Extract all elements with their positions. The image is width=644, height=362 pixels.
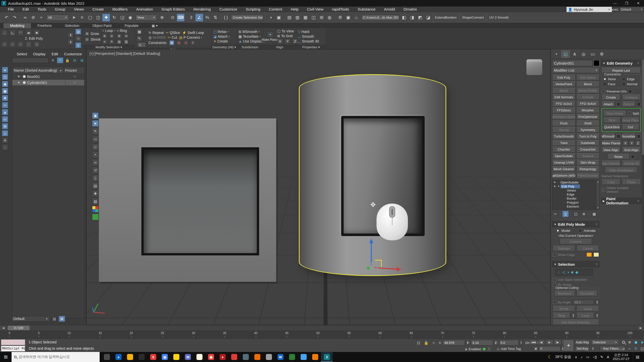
explorer-row-box001[interactable]: 👁Box001✛ [12, 74, 84, 80]
explorer-grid-mode-icon[interactable]: ⊞ [59, 316, 65, 322]
filter-materials-icon[interactable]: ✜ [2, 137, 8, 143]
modifier-button-subdivide[interactable]: Subdivide [576, 140, 600, 146]
stack-item-edit-poly[interactable]: 👁Edit Poly [552, 208, 599, 210]
toggle-ribbon-icon[interactable]: ▦ [302, 14, 309, 21]
undo-icon[interactable]: ↶ [3, 14, 10, 21]
commit-button[interactable]: Commit [560, 239, 592, 244]
select-and-scale-icon[interactable]: ◲ [118, 14, 126, 21]
next-subobj-icon[interactable]: ➤ [10, 41, 16, 47]
slice-button[interactable]: Slice [603, 117, 620, 123]
menu-group[interactable]: Group [51, 7, 70, 12]
taskbar-app-music[interactable]: ● [217, 352, 228, 362]
render-production-icon[interactable]: ♨ [352, 14, 360, 21]
element-mode-icon[interactable]: ■ [34, 30, 40, 36]
menu-graph-editors[interactable]: Graph Editors [157, 7, 189, 12]
keyboard-shortcut-override-icon[interactable]: ⌨ [177, 14, 184, 21]
clock[interactable]: 오전 2:142021-07-27 [613, 353, 630, 361]
menu-edit[interactable]: Edit [18, 7, 33, 12]
remove-modifier-icon[interactable]: ⊗ [581, 211, 587, 217]
select-and-place-icon[interactable]: ◉ [127, 14, 134, 21]
make-planar-button[interactable]: Make Planar [262, 38, 278, 41]
panel-scrollbar[interactable] [642, 59, 644, 323]
hide-unselected-button[interactable]: Hide Unselected [605, 167, 637, 173]
menu-rendering[interactable]: Rendering [189, 7, 215, 12]
play-button[interactable]: ▶ [546, 340, 553, 345]
modifier-button-turbosmooth[interactable]: TurboSmooth [552, 133, 576, 139]
menu-substance[interactable]: Substance [353, 7, 380, 12]
filter-misc-icon[interactable]: ○ [2, 144, 8, 150]
ring-spinner[interactable]: ▲▼ [572, 313, 575, 318]
nurms-button[interactable]: ▦NURMS [148, 35, 166, 39]
custom-script-button-uv 2 smooth[interactable]: UV 2 Smooth [487, 14, 511, 21]
time-slider-track[interactable]: 0 / 100 [7, 325, 637, 331]
link-icon[interactable]: ∞ [92, 159, 99, 166]
lock-selection-icon[interactable]: ▩ [136, 29, 142, 35]
make-planar-geo-button[interactable]: Make Planar [601, 140, 621, 146]
explorer-list-mode-icon[interactable]: ▤ [51, 316, 57, 322]
create-tab[interactable]: + [552, 50, 561, 58]
taskbar-app-word[interactable]: W [275, 352, 286, 362]
slice-plane-button[interactable]: Slice Plane [603, 111, 626, 116]
y-coordinate-field[interactable]: 3.14 [471, 340, 493, 345]
menu-ornatrix[interactable]: Ornatrix [399, 7, 421, 12]
select-by-name-icon[interactable]: ≡ [78, 14, 86, 21]
ribbon-config-icon[interactable]: ▣ ▾ [145, 23, 164, 28]
ribbon-tab-freeform[interactable]: Freeform [31, 23, 58, 28]
notification-center-icon[interactable]: ▤ [633, 352, 642, 362]
display-icon[interactable]: ▭ [586, 355, 589, 359]
filter-cameras-icon[interactable]: ▣ [2, 88, 8, 94]
zoom-region-icon[interactable]: ⊿ [620, 345, 626, 351]
ring-button[interactable]: ≡Ring [117, 29, 129, 33]
schematic-view-icon[interactable]: ⊞ [318, 14, 325, 21]
quickslice-button[interactable]: QuickSlice [603, 124, 620, 130]
relax-geo-button[interactable]: Relax [608, 154, 629, 159]
trash-icon[interactable]: ▯ [92, 175, 99, 181]
unhide-all-button[interactable]: Unhide All [622, 161, 641, 166]
taskbar-app-maps[interactable]: ◉ [205, 352, 217, 362]
modifier-button-shell[interactable]: Shell [576, 120, 600, 126]
taskbar-app-display[interactable] [101, 352, 113, 362]
explorer-menu-edit[interactable]: Edit [49, 52, 61, 56]
rectangle-icon[interactable]: ▭ [92, 136, 99, 142]
start-button[interactable]: ⊞ [0, 352, 12, 362]
pin-icon[interactable]: ⊹ [75, 35, 81, 41]
modifier-button-surface[interactable]: Surface [576, 153, 600, 159]
prev-subobj-icon[interactable]: ➤ [2, 41, 8, 47]
time-slider-handle[interactable]: 0 / 100 [8, 326, 29, 330]
palette-icon[interactable] [92, 206, 99, 212]
selection-lock-icon[interactable]: 🔒 [423, 340, 429, 346]
modify-selection-caption[interactable]: Modify Selection ▾ [83, 45, 135, 49]
modifier-button-bevel[interactable]: Bevel [552, 88, 576, 94]
edit-spinner-field[interactable]: 1 [137, 42, 146, 47]
msmooth-settings-icon[interactable] [617, 134, 620, 138]
viewport-label[interactable]: [+] [Perspective] [Standard] [Default Sh… [90, 52, 160, 56]
frozen-cell[interactable]: ✛ [65, 80, 84, 85]
green-swatch-icon[interactable] [92, 214, 99, 220]
reset-plane-button[interactable]: Reset Plane [622, 117, 639, 123]
taskbar-app-dark[interactable] [136, 352, 147, 362]
visibility-eye-icon[interactable]: 👁 [16, 75, 21, 78]
modifier-button-fillet-chamfer[interactable]: Fillet/Chamfer [576, 173, 600, 178]
align-axis-y[interactable]: Y [285, 39, 290, 44]
stack-item-border[interactable]: Border [552, 196, 599, 200]
modifier-button-prooptimizer[interactable]: ProOptimizer [576, 114, 600, 120]
pin-stack-icon[interactable]: ✑ [552, 211, 558, 217]
loop-grow-icon[interactable]: ⊕ [102, 33, 107, 38]
key-step-icon[interactable]: ◆ [533, 346, 538, 351]
utilities-tab[interactable]: ⚙ [597, 50, 606, 58]
preserve-uvs-checkbox[interactable] [601, 90, 605, 93]
modifier-button-turn-to-poly[interactable]: Turn to Poly [576, 133, 600, 139]
filter-funnel-icon[interactable]: ⧩ [57, 58, 63, 63]
constraint-normal-radio[interactable] [622, 82, 626, 86]
stack-item-vertex[interactable]: Vertex [552, 188, 599, 192]
clear-search-icon[interactable]: ✕ [50, 58, 56, 63]
constraint-face-radio[interactable] [603, 82, 607, 86]
current-frame-field[interactable]: 0 [539, 346, 560, 351]
motion-tab[interactable]: ◎ [579, 50, 588, 58]
auto-key-button[interactable]: Auto Key [575, 340, 590, 345]
border-subobject-icon[interactable]: ◑ [567, 270, 569, 275]
modifier-button-twist[interactable]: Twist [552, 140, 576, 146]
repeat-button[interactable]: ↻Repeat [148, 31, 164, 35]
taskbar-app-3dsmax[interactable]: 3 [321, 352, 333, 362]
model-radio[interactable] [556, 229, 560, 233]
